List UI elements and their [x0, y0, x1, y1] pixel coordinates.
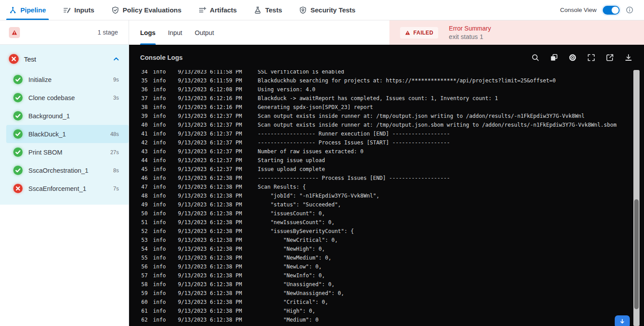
step-item-print-sbom[interactable]: Print SBOM27s	[0, 143, 129, 161]
tab-output[interactable]: Output	[195, 20, 214, 45]
log-level: info	[153, 113, 171, 119]
step-list: Initialize9sClone codebase3sBackground_1…	[0, 70, 129, 198]
log-timestamp: 9/13/2023 6:11:59 PM	[178, 78, 243, 84]
log-message: "issuesBySeverityCount": {	[258, 228, 354, 234]
log-timestamp: 9/13/2023 6:12:38 PM	[178, 219, 243, 225]
console-scrollbar[interactable]	[633, 70, 640, 326]
tab-input[interactable]: Input	[168, 20, 182, 45]
open-in-new-icon[interactable]	[606, 54, 614, 62]
log-line: 55info9/13/2023 6:12:38 PM "NewMedium": …	[129, 253, 632, 262]
step-name: SscaOrchestration_1	[28, 167, 107, 174]
log-timestamp: 9/13/2023 6:12:38 PM	[178, 246, 243, 252]
log-message: Scan output exists inside runner at: /tm…	[258, 113, 585, 119]
log-message: "NewMedium": 0,	[258, 255, 331, 261]
step-item-background_1[interactable]: Background_1	[0, 107, 129, 125]
log-message: ------------------ Process Issues [START…	[258, 140, 450, 146]
toggle-knob	[612, 7, 619, 14]
log-timestamp: 9/13/2023 6:12:16 PM	[178, 104, 243, 110]
log-level: info	[153, 299, 171, 305]
log-message: SSL verification is enabled	[258, 70, 344, 75]
step-duration: 9s	[113, 77, 119, 83]
step-item-sscaorchestration_1[interactable]: SscaOrchestration_18s	[0, 161, 129, 179]
download-icon[interactable]	[624, 54, 632, 62]
warning-triangle-icon	[405, 30, 410, 35]
step-duration: 7s	[113, 186, 119, 192]
log-timestamp: 9/13/2023 6:11:58 PM	[178, 70, 243, 75]
log-view[interactable]: 34info9/13/2023 6:11:58 PMSSL verificati…	[129, 70, 632, 326]
copy-icon[interactable]	[550, 54, 558, 62]
log-line: 40info9/13/2023 6:12:37 PMScan output ex…	[129, 120, 632, 129]
step-item-initialize[interactable]: Initialize9s	[0, 70, 129, 89]
log-line-number: 48	[139, 193, 148, 199]
log-timestamp: 9/13/2023 6:12:38 PM	[178, 264, 243, 270]
step-item-clone-codebase[interactable]: Clone codebase3s	[0, 89, 129, 107]
success-status-icon	[13, 147, 23, 157]
tab-logs[interactable]: Logs	[140, 20, 156, 45]
log-line-number: 39	[139, 113, 148, 119]
settings-gear-icon[interactable]	[569, 54, 577, 62]
step-name: SscaEnforcement_1	[28, 185, 107, 192]
nav-tab-artifacts[interactable]: Artifacts	[197, 0, 238, 20]
topnav-right: Console View	[560, 0, 633, 20]
log-line: 56info9/13/2023 6:12:38 PM "NewLow": 0,	[129, 262, 632, 271]
log-line-number: 35	[139, 78, 148, 84]
log-line: 36info9/13/2023 6:12:08 PMUsing version:…	[129, 85, 632, 94]
log-level: info	[153, 193, 171, 199]
nav-tab-tests[interactable]: Tests	[253, 0, 283, 20]
log-message: "NewCritical": 0,	[258, 237, 338, 243]
scrollbar-thumb[interactable]	[634, 199, 639, 309]
log-timestamp: 9/13/2023 6:12:38 PM	[178, 308, 243, 314]
step-name: Initialize	[28, 76, 107, 83]
nav-tab-security-tests[interactable]: Security Tests	[298, 0, 356, 20]
step-duration: 27s	[110, 149, 119, 155]
step-item-sscaenforcement_1[interactable]: SscaEnforcement_17s	[0, 179, 129, 198]
pipeline-nav-tabs: PipelineInputsPolicy EvaluationsArtifact…	[8, 0, 356, 20]
log-level: info	[153, 86, 171, 93]
flask-icon	[254, 6, 262, 14]
warning-triangle-icon	[12, 30, 17, 35]
log-line-number: 37	[139, 95, 148, 101]
log-timestamp: 9/13/2023 6:12:38 PM	[178, 281, 243, 287]
console-header: Console Logs	[129, 45, 644, 70]
log-line: 44info9/13/2023 6:12:37 PMStarting issue…	[129, 156, 632, 165]
nav-tab-pipeline[interactable]: Pipeline	[8, 0, 47, 20]
log-timestamp: 9/13/2023 6:12:37 PM	[178, 140, 243, 146]
failed-status-icon	[9, 54, 19, 64]
failed-status-icon	[13, 184, 23, 193]
log-message: "Unassigned": 0,	[258, 281, 334, 287]
console-toolbar	[531, 54, 632, 62]
log-level: info	[153, 148, 171, 155]
log-message: Scan Results: {	[258, 184, 306, 190]
log-line-number: 60	[139, 299, 148, 305]
log-timestamp: 9/13/2023 6:12:38 PM	[178, 237, 243, 243]
log-line-number: 42	[139, 140, 148, 146]
fullscreen-icon[interactable]	[587, 54, 595, 62]
nav-tab-inputs[interactable]: Inputs	[62, 0, 95, 20]
log-timestamp: 9/13/2023 6:12:37 PM	[178, 148, 243, 155]
log-level: info	[153, 175, 171, 181]
console-view-toggle[interactable]	[603, 6, 620, 15]
scroll-to-bottom-button[interactable]	[615, 315, 630, 326]
failed-badge-label: FAILED	[413, 30, 433, 36]
log-timestamp: 9/13/2023 6:12:37 PM	[178, 166, 243, 172]
stage-header[interactable]: Test	[0, 45, 129, 70]
log-level: info	[153, 70, 171, 75]
log-line: 34info9/13/2023 6:11:58 PMSSL verificati…	[129, 70, 632, 76]
step-item-blackduck_1[interactable]: BlackDuck_148s	[6, 125, 129, 143]
nav-tab-policy-evaluations[interactable]: Policy Evaluations	[110, 0, 183, 20]
log-timestamp: 9/13/2023 6:12:38 PM	[178, 228, 243, 234]
log-message: "Medium": 0	[258, 317, 318, 323]
log-line: 54info9/13/2023 6:12:38 PM "NewHigh": 0,	[129, 244, 632, 253]
step-duration: 8s	[113, 167, 119, 174]
log-message: Generating spdx-json[SPDX_23] report	[258, 104, 373, 110]
step-duration: 3s	[113, 95, 119, 101]
chevron-up-icon[interactable]	[113, 55, 120, 62]
search-icon[interactable]	[531, 54, 539, 62]
stage-name: Test	[24, 55, 107, 63]
info-icon[interactable]	[626, 6, 633, 14]
step-duration: 48s	[110, 131, 119, 137]
log-message: Issue upload complete	[258, 166, 325, 172]
log-line: 48info9/13/2023 6:12:38 PM "jobId": "-n1…	[129, 191, 632, 200]
log-message: Number of raw issues extracted: 0	[258, 148, 363, 155]
log-line: 52info9/13/2023 6:12:38 PM "issuesBySeve…	[129, 227, 632, 236]
